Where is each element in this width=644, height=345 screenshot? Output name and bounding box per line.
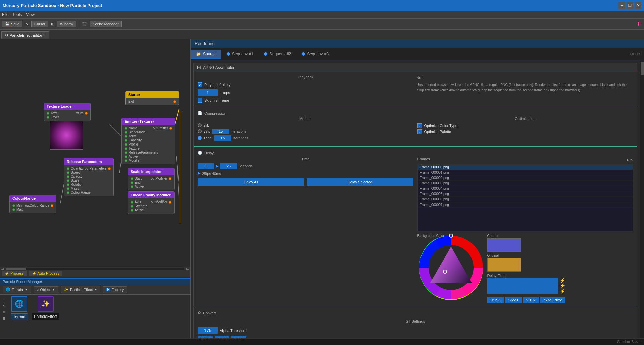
status-right: Sandbox Blizz... [617,340,641,344]
auto-process-button[interactable]: ⚡ Auto Process [29,271,62,276]
delay-selected-button[interactable]: Delay Selected [307,178,413,186]
save-button[interactable]: 💾 Save [2,21,22,27]
window-button[interactable]: Window [57,21,76,27]
tab-sequenz1[interactable]: Sequenz #1 [221,50,259,59]
delay-lightning-1[interactable]: ⚡ [560,278,565,283]
skip-first-frame-checkbox[interactable] [198,98,202,103]
texture-loader-header: Texture Loader [44,103,90,110]
h-button[interactable]: H:193 [487,297,504,303]
object-dropdown[interactable]: ○ Object ▼ [34,286,58,293]
time-from-input[interactable] [198,163,214,169]
svg-line-5 [177,158,179,198]
menu-file[interactable]: File [2,12,8,17]
compression-icon: 📄 [198,111,202,115]
minimize-button[interactable]: ─ [618,2,625,9]
factory-dropdown[interactable]: F Factory [103,286,127,293]
toolbar-separator [79,21,79,27]
starter-node-body: Exit [126,98,179,105]
pause-button[interactable]: ⏸ [637,21,642,27]
exit-port-dot [173,100,176,103]
color-wheel-container[interactable]: Background Color [417,234,485,303]
apng-header: 🎞 APNG Assembler [194,63,637,72]
delay-file-row-1: ⚡ [487,278,565,283]
7zip-iterations-input[interactable] [212,129,229,134]
delay-file-bar-1[interactable] [487,278,558,283]
time-to-input[interactable] [220,163,237,169]
zlib-radio[interactable] [198,123,202,127]
scale-interpolator-node[interactable]: Scale Interpolator StartoutModifier End … [128,168,175,190]
color-wheel-svg [417,234,485,301]
tool-paint[interactable]: ✏ [1,309,7,315]
play-indefinitely-checkbox[interactable] [198,82,202,87]
tab-source[interactable]: 📁 Source [191,50,221,59]
texture-loader-body: Textu xture Layer [44,110,90,121]
v-button[interactable]: V:192 [523,297,539,303]
optimize-palette-label: Optimize Palette [424,130,451,134]
tool-delete[interactable]: 🗑 [1,315,7,321]
frame-item-5[interactable]: Frame_000005.png [418,191,633,197]
scene-manager-button[interactable]: Scene Manager [90,21,122,27]
frame-item-7[interactable]: Frame_000007.png [418,202,633,208]
note-text: Unsupported browsers will treat the APNG… [417,82,633,93]
loops-input[interactable] [198,89,218,96]
frame-item-1[interactable]: Frame_000001.png [418,170,633,175]
tab-sequenz3[interactable]: Sequenz #3 [296,50,334,59]
7zip-radio[interactable] [198,129,202,133]
zlib-row: zlib [198,123,413,127]
alpha-threshold-input[interactable] [198,327,218,334]
zopfli-radio[interactable] [198,136,202,140]
frame-item-2[interactable]: Frame_000002.png [418,175,633,181]
right-scroll-thumb[interactable] [641,62,644,75]
tool-move[interactable]: ↕ [1,297,7,303]
terrain-dropdown[interactable]: 🌐 Terrain ▼ [3,286,31,293]
right-scrollbar[interactable] [640,60,644,345]
port-release: ReleaseParameters [125,151,172,154]
frame-item-4[interactable]: Frame_000004.png [418,186,633,191]
texture-loader-node[interactable]: Texture Loader Textu xture Layer [44,103,91,121]
terrain-scene-item[interactable]: 🌐 Terrain [11,296,28,320]
colour-range-node[interactable]: ColourRange MinoutColourRange Max [9,195,56,213]
convert-title: Convert [203,311,216,315]
delay-lightning-3[interactable]: ⚡ [560,288,565,294]
gravity-body: AxisoutModifier Strength Active [128,198,174,214]
optimize-palette-checkbox[interactable] [417,129,422,134]
particle-effect-scene-item[interactable]: ✨ ParticleEffect [32,296,59,320]
s-button[interactable]: S:220 [505,297,522,303]
frame-item-3[interactable]: Frame_000003.png [418,181,633,186]
tab-sequenz2[interactable]: Sequenz #2 [259,50,296,59]
tool-select[interactable]: ⊕ [1,303,7,309]
cursor-button[interactable]: Cursor [31,21,48,27]
close-button[interactable]: ✕ [635,2,641,9]
delay-file-bar-3[interactable] [487,288,558,294]
rp-mass: Mass [67,187,111,190]
cr-max: Max [12,208,53,211]
release-params-node[interactable]: Release Parameters QuantityoutParameters… [64,158,114,196]
status-bar: Sandbox Blizz... [0,338,644,345]
starter-node-header: Starter [126,91,179,98]
particle-effect-dropdown[interactable]: ✨ Particle Effect ▼ [61,286,101,293]
note-section: Note Unsupported browsers will treat the… [417,75,633,103]
frame-item-0[interactable]: Frame_000000.png [418,165,633,170]
optimize-color-checkbox[interactable] [417,123,422,128]
frames-list[interactable]: Frame_000000.png Frame_000001.png Frame_… [417,164,633,231]
frame-item-6[interactable]: Frame_000006.png [418,197,633,202]
gravity-modifier-node[interactable]: Linear Gravity Modifier AxisoutModifier … [128,191,175,214]
delay-file-bar-2[interactable] [487,283,558,288]
menu-tools[interactable]: Tools [12,12,22,17]
rendering-header: Rendering [191,39,644,48]
back-to-editor-button[interactable]: ck to Editor [540,297,565,303]
particle-effect-editor-tab[interactable]: ⚙ ParticleEffect Editor × [1,31,49,39]
node-canvas[interactable]: Starter Exit Texture Loader Textu xture [0,39,190,345]
starter-node[interactable]: Starter Exit [125,91,179,105]
delay-all-button[interactable]: Delay All [198,178,304,186]
menu-view[interactable]: View [26,12,35,17]
delay-lightning-2[interactable]: ⚡ [560,283,565,288]
emitter-node[interactable]: Emitter (Texture) Name outEmitter BlendM… [121,118,175,164]
toolbar: 💾 Save ↖ Cursor ⊞ Window 🎬 Scene Manager… [0,19,644,30]
zopfli-iterations-input[interactable] [214,135,231,141]
process-button[interactable]: ⚡ TerrainProcess [2,271,27,276]
tab-close-button[interactable]: × [43,33,45,37]
maximize-button[interactable]: ❐ [627,2,633,9]
scene-manager-title: Particle Scene Manager [3,280,42,284]
hsv-row: H:193 S:220 V:192 ck to Editor [487,297,565,303]
